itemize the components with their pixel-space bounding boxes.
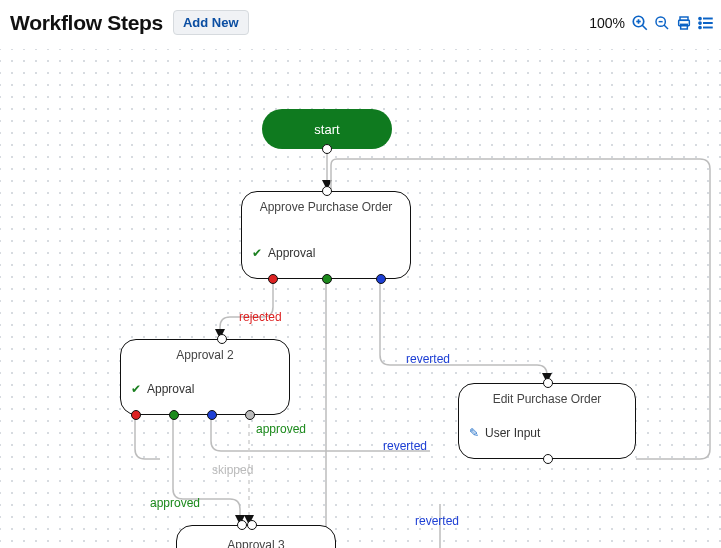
port-rejected[interactable] — [268, 274, 278, 284]
add-new-button[interactable]: Add New — [173, 10, 249, 35]
svg-point-14 — [699, 22, 701, 24]
port[interactable] — [322, 144, 332, 154]
zoom-percent: 100% — [589, 15, 625, 31]
start-node[interactable]: start — [262, 109, 392, 149]
check-icon: ✔ — [131, 382, 141, 396]
port-in2[interactable] — [247, 520, 257, 530]
port-skipped[interactable] — [245, 410, 255, 420]
node-title: Approval 3 — [177, 526, 335, 548]
page-title: Workflow Steps — [10, 11, 163, 35]
start-label: start — [314, 122, 339, 137]
node-sublabel: Approval — [268, 246, 315, 260]
edge-label-reverted1: reverted — [406, 352, 450, 366]
approval2-node[interactable]: Approval 2 ✔ Approval — [120, 339, 290, 415]
edge-label-approved: approved — [256, 422, 306, 436]
port-reverted[interactable] — [376, 274, 386, 284]
port-approved[interactable] — [169, 410, 179, 420]
edge-label-approved2: approved — [150, 496, 200, 510]
edge-label-reverted3: reverted — [415, 514, 459, 528]
svg-rect-9 — [681, 24, 688, 29]
port-reverted[interactable] — [207, 410, 217, 420]
edge-label-reverted2: reverted — [383, 439, 427, 453]
zoom-in-icon[interactable] — [631, 14, 649, 32]
node-title: Approval 2 — [121, 340, 289, 362]
port-in[interactable] — [237, 520, 247, 530]
pencil-icon: ✎ — [469, 426, 479, 440]
approval3-node[interactable]: Approval 3 — [176, 525, 336, 548]
edit-po-node[interactable]: Edit Purchase Order ✎ User Input — [458, 383, 636, 459]
svg-point-13 — [699, 17, 701, 19]
edge-label-rejected: rejected — [239, 310, 282, 324]
port-in[interactable] — [217, 334, 227, 344]
port-rejected[interactable] — [131, 410, 141, 420]
node-sublabel: Approval — [147, 382, 194, 396]
zoom-out-icon[interactable] — [653, 14, 671, 32]
check-icon: ✔ — [252, 246, 262, 260]
list-icon[interactable] — [697, 14, 715, 32]
port-out[interactable] — [543, 454, 553, 464]
port-in[interactable] — [543, 378, 553, 388]
node-sublabel: User Input — [485, 426, 540, 440]
port-approved[interactable] — [322, 274, 332, 284]
workflow-canvas[interactable]: start Approve Purchase Order ✔ Approval … — [0, 49, 721, 548]
approve-po-node[interactable]: Approve Purchase Order ✔ Approval — [241, 191, 411, 279]
svg-line-5 — [664, 25, 668, 29]
svg-point-15 — [699, 26, 701, 28]
print-icon[interactable] — [675, 14, 693, 32]
edge-label-skipped: skipped — [212, 463, 253, 477]
svg-line-1 — [642, 25, 647, 30]
port-in[interactable] — [322, 186, 332, 196]
